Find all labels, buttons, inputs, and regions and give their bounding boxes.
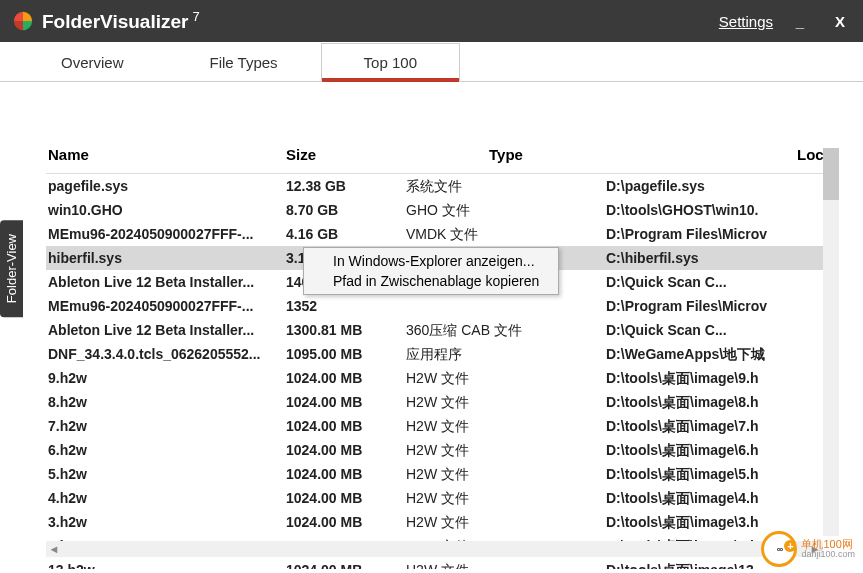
table-header: Name Size Type Locat [46,140,839,174]
watermark: ∞ 单机100网 danji100.com [761,531,855,567]
cell-size: 4.16 GB [286,224,406,244]
titlebar: FolderVisualizer7 Settings _ X [0,0,863,42]
cell-name: hiberfil.sys [46,248,286,268]
cell-name: win10.GHO [46,200,286,220]
table-row[interactable]: Ableton Live 12 Beta Installer...1300.81… [46,318,839,342]
cell-size: 1024.00 MB [286,560,406,569]
vertical-scrollbar[interactable] [823,148,839,536]
cell-name: 5.h2w [46,464,286,484]
table-row[interactable]: MEmu96-2024050900027FFF-...1352D:\Progra… [46,294,839,318]
context-menu: In Windows-Explorer anzeigen... Pfad in … [303,247,559,295]
cell-location: D:\Quick Scan C... [606,272,839,292]
table-body: pagefile.sys12.38 GB系统文件D:\pagefile.sysw… [46,174,839,569]
table-row[interactable]: DNF_34.3.4.0.tcls_0626205552...1095.00 M… [46,342,839,366]
app-title: FolderVisualizer7 [42,9,200,33]
table-row[interactable]: 3.h2w1024.00 MBH2W 文件D:\tools\桌面\image\3… [46,510,839,534]
app-logo-icon [12,10,34,32]
col-header-type[interactable]: Type [406,146,606,163]
cell-location: D:\tools\GHOST\win10. [606,200,839,220]
cell-type: H2W 文件 [406,392,606,412]
cell-name: 6.h2w [46,440,286,460]
cell-location: D:\tools\桌面\image\3.h [606,512,839,532]
cell-location: C:\hiberfil.sys [606,248,839,268]
cell-size: 8.70 GB [286,200,406,220]
cell-type: 360压缩 CAB 文件 [406,320,606,340]
minimize-button[interactable]: _ [787,9,813,33]
cell-type: VMDK 文件 [406,224,606,244]
table-row[interactable]: MEmu96-2024050900027FFF-...4.16 GBVMDK 文… [46,222,839,246]
cell-location: D:\tools\桌面\image\6.h [606,440,839,460]
tab-bar: Overview File Types Top 100 [0,42,863,82]
cell-name: 9.h2w [46,368,286,388]
cell-name: 13.h2w [46,560,286,569]
content-area: Name Size Type Locat pagefile.sys12.38 G… [0,82,863,569]
context-copy-path[interactable]: Pfad in Zwischenablage kopieren [307,271,555,291]
cell-size: 1024.00 MB [286,464,406,484]
table-row[interactable]: 9.h2w1024.00 MBH2W 文件D:\tools\桌面\image\9… [46,366,839,390]
cell-name: 3.h2w [46,512,286,532]
settings-link[interactable]: Settings [719,13,773,30]
cell-location: D:\tools\桌面\image\8.h [606,392,839,412]
cell-type: 应用程序 [406,344,606,364]
cell-name: pagefile.sys [46,176,286,196]
cell-type: H2W 文件 [406,464,606,484]
cell-type: H2W 文件 [406,440,606,460]
file-table: Name Size Type Locat pagefile.sys12.38 G… [46,140,839,569]
table-row[interactable]: win10.GHO8.70 GBGHO 文件D:\tools\GHOST\win… [46,198,839,222]
context-show-in-explorer[interactable]: In Windows-Explorer anzeigen... [307,251,555,271]
cell-location: D:\Program Files\Microv [606,296,839,316]
cell-type: H2W 文件 [406,560,606,569]
cell-size: 1352 [286,296,406,316]
cell-size: 1024.00 MB [286,392,406,412]
cell-type [406,296,606,316]
cell-type: H2W 文件 [406,512,606,532]
cell-location: D:\tools\桌面\image\9.h [606,368,839,388]
col-header-size[interactable]: Size [286,146,406,163]
cell-size: 1095.00 MB [286,344,406,364]
cell-name: Ableton Live 12 Beta Installer... [46,320,286,340]
horizontal-scrollbar[interactable]: ◄ ► [46,541,823,557]
cell-name: DNF_34.3.4.0.tcls_0626205552... [46,344,286,364]
app-version: 7 [192,9,199,24]
cell-name: 8.h2w [46,392,286,412]
cell-location: D:\tools\桌面\image\7.h [606,416,839,436]
cell-type: H2W 文件 [406,416,606,436]
cell-location: D:\WeGameApps\地下城 [606,344,839,364]
table-row[interactable]: 13.h2w1024.00 MBH2W 文件D:\tools\桌面\image\… [46,558,839,569]
table-row[interactable]: 5.h2w1024.00 MBH2W 文件D:\tools\桌面\image\5… [46,462,839,486]
table-row[interactable]: 7.h2w1024.00 MBH2W 文件D:\tools\桌面\image\7… [46,414,839,438]
watermark-text: 单机100网 danji100.com [801,538,855,560]
cell-name: 7.h2w [46,416,286,436]
col-header-name[interactable]: Name [46,146,286,163]
cell-size: 1024.00 MB [286,440,406,460]
cell-size: 1024.00 MB [286,512,406,532]
scroll-left-icon[interactable]: ◄ [48,543,60,555]
tab-top-100[interactable]: Top 100 [321,43,460,82]
tab-file-types[interactable]: File Types [167,43,321,82]
table-row[interactable]: pagefile.sys12.38 GB系统文件D:\pagefile.sys [46,174,839,198]
watermark-icon: ∞ [761,531,797,567]
table-row[interactable]: 6.h2w1024.00 MBH2W 文件D:\tools\桌面\image\6… [46,438,839,462]
cell-size: 1024.00 MB [286,368,406,388]
tab-overview[interactable]: Overview [18,43,167,82]
cell-type: H2W 文件 [406,488,606,508]
close-button[interactable]: X [827,9,853,33]
col-header-location[interactable]: Locat [606,146,839,163]
cell-type: 系统文件 [406,176,606,196]
cell-location: D:\Program Files\Microv [606,224,839,244]
cell-type: GHO 文件 [406,200,606,220]
cell-size: 1024.00 MB [286,488,406,508]
cell-size: 1024.00 MB [286,416,406,436]
cell-name: MEmu96-2024050900027FFF-... [46,224,286,244]
cell-name: MEmu96-2024050900027FFF-... [46,296,286,316]
vertical-scrollbar-thumb[interactable] [823,148,839,200]
table-row[interactable]: 4.h2w1024.00 MBH2W 文件D:\tools\桌面\image\4… [46,486,839,510]
cell-location: D:\Quick Scan C... [606,320,839,340]
cell-name: Ableton Live 12 Beta Installer... [46,272,286,292]
table-row[interactable]: 8.h2w1024.00 MBH2W 文件D:\tools\桌面\image\8… [46,390,839,414]
cell-size: 1300.81 MB [286,320,406,340]
cell-name: 4.h2w [46,488,286,508]
cell-location: D:\pagefile.sys [606,176,839,196]
cell-size: 12.38 GB [286,176,406,196]
cell-type: H2W 文件 [406,368,606,388]
